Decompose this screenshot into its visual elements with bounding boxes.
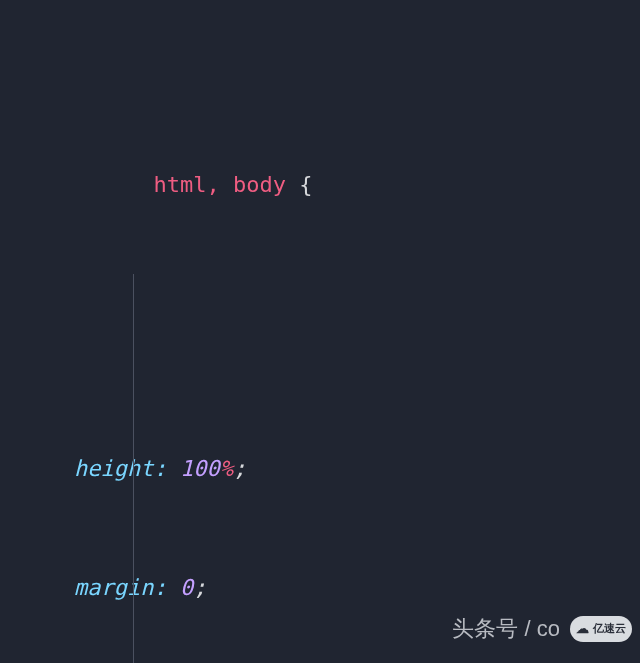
css-value-number: 0 — [180, 575, 193, 600]
indent-guide — [133, 274, 134, 663]
css-value-unit: % — [220, 456, 233, 481]
css-rule-body: height: 100%; margin: 0; — [74, 272, 445, 663]
watermark-badge: ☁ 亿速云 — [570, 616, 632, 642]
cloud-icon: ☁ — [576, 620, 589, 639]
watermark-text: 头条号 / co — [452, 613, 560, 645]
css-property: margin — [74, 575, 153, 600]
css-declaration: height: 100%; — [74, 453, 445, 485]
css-selector: html, body — [153, 172, 285, 197]
brace-open: { — [299, 172, 312, 197]
css-declaration: margin: 0; — [74, 572, 445, 604]
code-editor-viewport: html, body { height: 100%; margin: 0; } … — [0, 0, 640, 663]
css-rule-header: html, body { — [74, 138, 445, 234]
watermark-badge-text: 亿速云 — [593, 621, 626, 637]
css-code-block: html, body { height: 100%; margin: 0; } … — [74, 10, 445, 663]
css-property: height — [74, 456, 153, 481]
css-value-number: 100 — [180, 456, 220, 481]
watermark: 头条号 / co ☁ 亿速云 — [452, 613, 632, 645]
